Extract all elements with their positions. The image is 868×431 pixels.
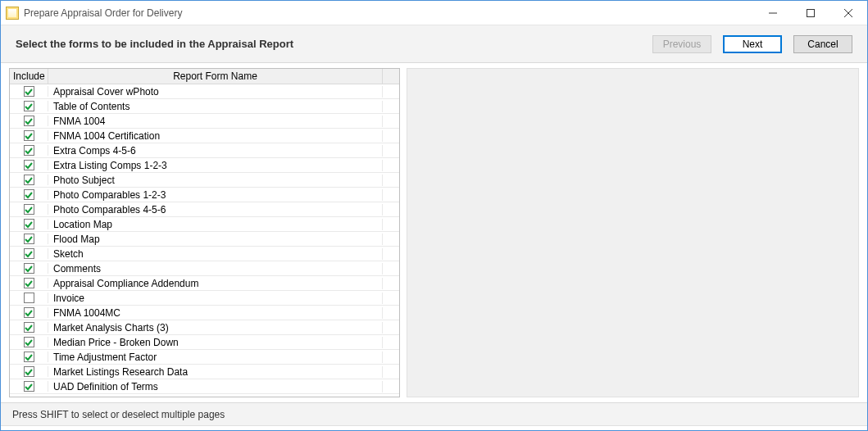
footer-hint: Press SHIFT to select or deselect multip… <box>12 409 856 420</box>
include-checkbox[interactable] <box>24 234 34 244</box>
table-row[interactable]: FNMA 1004MC <box>10 306 399 320</box>
include-checkbox[interactable] <box>24 145 34 156</box>
maximize-button[interactable] <box>792 1 829 25</box>
header: Select the forms to be included in the A… <box>1 25 867 63</box>
include-checkbox[interactable] <box>24 86 34 97</box>
include-checkbox[interactable] <box>24 366 34 377</box>
cancel-button[interactable]: Cancel <box>793 35 852 53</box>
close-button[interactable] <box>829 1 867 25</box>
minimize-icon <box>769 9 777 17</box>
form-name-cell: Invoice <box>48 293 383 304</box>
form-name-cell: FNMA 1004 <box>48 116 383 127</box>
svg-rect-0 <box>807 9 815 16</box>
next-button[interactable]: Next <box>723 35 782 53</box>
app-icon <box>6 7 19 20</box>
include-checkbox[interactable] <box>24 293 34 303</box>
table-row[interactable]: Photo Comparables 4-5-6 <box>10 202 399 217</box>
form-name-cell: Flood Map <box>48 234 383 245</box>
include-cell <box>10 130 48 141</box>
minimize-button[interactable] <box>754 1 792 25</box>
include-checkbox[interactable] <box>24 307 34 318</box>
include-checkbox[interactable] <box>24 248 34 259</box>
table-row[interactable]: UAD Definition of Terms <box>10 379 399 394</box>
form-name-cell: FNMA 1004MC <box>48 307 383 319</box>
table-row[interactable]: Extra Listing Comps 1-2-3 <box>10 158 399 173</box>
form-name-cell: Comments <box>48 263 383 274</box>
bottom-border <box>1 425 867 430</box>
maximize-icon <box>807 9 815 17</box>
include-checkbox[interactable] <box>24 337 34 347</box>
table-row[interactable]: Market Analysis Charts (3) <box>10 320 399 335</box>
form-name-cell: Photo Comparables 4-5-6 <box>48 204 383 216</box>
include-cell <box>10 337 48 347</box>
form-name-cell: Photo Comparables 1-2-3 <box>48 189 383 201</box>
include-cell <box>10 145 48 156</box>
preview-pane <box>407 68 859 397</box>
table-row[interactable]: Appraisal Cover wPhoto <box>10 84 399 99</box>
content-area: Include Report Form Name Appraisal Cover… <box>1 63 867 402</box>
include-cell <box>10 322 48 333</box>
include-cell <box>10 116 48 126</box>
column-header-include[interactable]: Include <box>10 69 48 84</box>
table-row[interactable]: Invoice <box>10 291 399 306</box>
include-cell <box>10 219 48 229</box>
include-cell <box>10 381 48 392</box>
table-row[interactable]: Location Map <box>10 217 399 232</box>
column-header-name[interactable]: Report Form Name <box>48 69 383 84</box>
table-row[interactable]: Sketch <box>10 247 399 261</box>
table-row[interactable]: Photo Comparables 1-2-3 <box>10 188 399 202</box>
form-name-cell: Appraisal Compliance Addendum <box>48 278 383 289</box>
form-name-cell: Table of Contents <box>48 101 383 112</box>
table-row[interactable]: Extra Comps 4-5-6 <box>10 143 399 158</box>
include-cell <box>10 160 48 170</box>
forms-grid: Include Report Form Name Appraisal Cover… <box>9 68 400 397</box>
table-row[interactable]: Flood Map <box>10 232 399 247</box>
include-checkbox[interactable] <box>24 204 34 215</box>
include-checkbox[interactable] <box>24 101 34 111</box>
include-checkbox[interactable] <box>24 116 34 126</box>
include-checkbox[interactable] <box>24 160 34 170</box>
include-checkbox[interactable] <box>24 381 34 392</box>
include-checkbox[interactable] <box>24 322 34 333</box>
table-row[interactable]: Median Price - Broken Down <box>10 335 399 350</box>
table-row[interactable]: Appraisal Compliance Addendum <box>10 276 399 291</box>
close-icon <box>844 9 852 17</box>
form-name-cell: Extra Comps 4-5-6 <box>48 145 383 157</box>
include-cell <box>10 175 48 185</box>
form-name-cell: Appraisal Cover wPhoto <box>48 86 383 98</box>
include-checkbox[interactable] <box>24 130 34 141</box>
form-name-cell: Sketch <box>48 248 383 260</box>
include-checkbox[interactable] <box>24 352 34 362</box>
footer: Press SHIFT to select or deselect multip… <box>1 402 867 425</box>
titlebar: Prepare Appraisal Order for Delivery <box>1 1 867 25</box>
table-row[interactable]: FNMA 1004 Certification <box>10 129 399 143</box>
include-cell <box>10 307 48 318</box>
form-name-cell: Median Price - Broken Down <box>48 337 383 348</box>
table-row[interactable]: FNMA 1004 <box>10 114 399 129</box>
form-name-cell: Market Listings Research Data <box>48 366 383 378</box>
include-cell <box>10 86 48 97</box>
form-name-cell: Time Adjustment Factor <box>48 352 383 363</box>
table-row[interactable]: Comments <box>10 261 399 276</box>
include-checkbox[interactable] <box>24 263 34 274</box>
table-row[interactable]: Time Adjustment Factor <box>10 350 399 365</box>
include-checkbox[interactable] <box>24 175 34 185</box>
header-buttons: Previous Next Cancel <box>652 35 852 53</box>
include-checkbox[interactable] <box>24 219 34 229</box>
table-row[interactable]: Table of Contents <box>10 99 399 114</box>
window-root: Prepare Appraisal Order for Delivery Sel… <box>0 0 868 431</box>
include-cell <box>10 101 48 111</box>
grid-header: Include Report Form Name <box>10 69 399 84</box>
form-name-cell: Photo Subject <box>48 175 383 186</box>
table-row[interactable]: Photo Subject <box>10 173 399 188</box>
include-cell <box>10 278 48 288</box>
window-title: Prepare Appraisal Order for Delivery <box>24 7 754 19</box>
include-checkbox[interactable] <box>24 278 34 288</box>
table-row[interactable]: Market Listings Research Data <box>10 365 399 379</box>
form-name-cell: Extra Listing Comps 1-2-3 <box>48 160 383 171</box>
grid-body[interactable]: Appraisal Cover wPhotoTable of ContentsF… <box>10 84 399 397</box>
form-name-cell: Market Analysis Charts (3) <box>48 322 383 333</box>
column-header-spacer <box>383 69 399 84</box>
include-cell <box>10 293 48 303</box>
include-checkbox[interactable] <box>24 189 34 200</box>
